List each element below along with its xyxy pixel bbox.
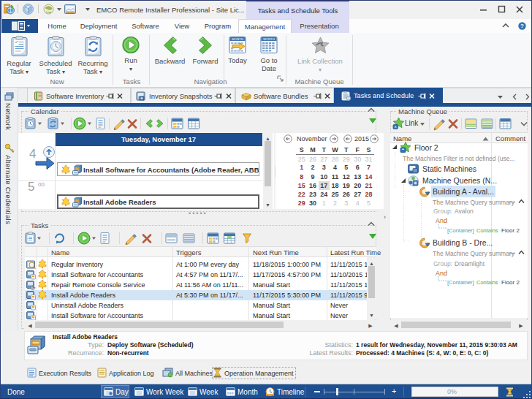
svg-text:?: ?: [520, 23, 524, 29]
svg-text:Link: Link: [405, 119, 419, 127]
svg-text:MONTH: MONTH: [232, 37, 243, 41]
svg-text:MONTH: MONTH: [263, 37, 274, 41]
